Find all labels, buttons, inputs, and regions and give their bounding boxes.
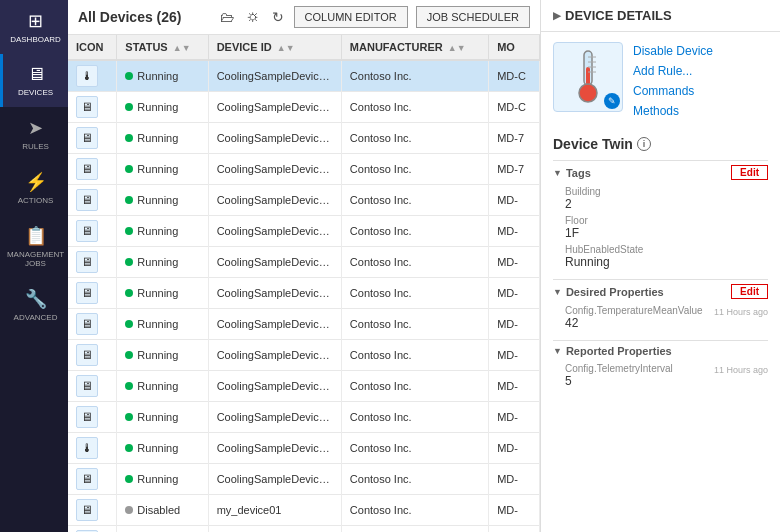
reported-interval-field: Config.TelemetryInterval 5 11 Hours ago (553, 361, 768, 390)
table-row[interactable]: 🖥 Disabled my_device01 Contoso Inc. MD- (68, 495, 540, 526)
cell-model: MD- (489, 464, 540, 495)
device-icon: 🖥 (76, 468, 98, 490)
tags-group-title[interactable]: ▼ Tags (553, 167, 591, 179)
col-manufacturer[interactable]: MANUFACTURER ▲▼ (341, 35, 488, 60)
table-row[interactable]: 🖥 Running CoolingSampleDevice020_979 Con… (68, 185, 540, 216)
status-dot (125, 444, 133, 452)
advanced-label: Advanced (14, 313, 58, 322)
table-row[interactable]: 🖥 Running CoolingSampleDevice010_979 Con… (68, 309, 540, 340)
sidebar-item-devices[interactable]: 🖥Devices (0, 54, 68, 107)
cell-model: MD- (489, 340, 540, 371)
desired-chevron: ▼ (553, 287, 562, 297)
sidebar-item-dashboard[interactable]: ⊞Dashboard (0, 0, 68, 54)
filter-icon[interactable]: ⛭ (244, 7, 262, 27)
tags-floor-field: Floor 1F (553, 213, 768, 242)
cell-model: MD-7 (489, 123, 540, 154)
cell-device-id: CoolingSampleDevice001_979 (208, 60, 341, 92)
cell-device-id: CoolingSampleDevice018_979 (208, 402, 341, 433)
thermometer-device-icon: 🌡 (76, 65, 98, 87)
rules-label: Rules (22, 142, 49, 151)
col-device-id[interactable]: DEVICE ID ▲▼ (208, 35, 341, 60)
table-row[interactable]: 🖥 Running CoolingSampleDevice025_979 Con… (68, 278, 540, 309)
svg-point-2 (579, 84, 597, 102)
sidebar-item-management-jobs[interactable]: 📋Management Jobs (0, 215, 68, 278)
panel-top: ✎ Disable Device Add Rule... Commands Me… (541, 32, 780, 130)
commands-link[interactable]: Commands (633, 82, 713, 100)
sidebar-item-advanced[interactable]: 🔧Advanced (0, 278, 68, 332)
cell-manufacturer: Contoso Inc. (341, 526, 488, 533)
cell-manufacturer: Contoso Inc. (341, 309, 488, 340)
page-title: All Devices (26) (78, 9, 210, 25)
table-row[interactable]: 🖥 Running CoolingSampleDevice013_979 Con… (68, 154, 540, 185)
cell-status: Running (117, 278, 208, 309)
table-header-row: ICON STATUS ▲▼ DEVICE ID ▲▼ MANUFACTURER… (68, 35, 540, 60)
table-row[interactable]: 🖥 Running CoolingSampleDevice005_979 Con… (68, 123, 540, 154)
twin-title: Device Twin i (553, 130, 768, 160)
cell-device-id: CoolingSampleDevice005_979 (208, 123, 341, 154)
cell-model: MD- (489, 526, 540, 533)
desired-temp-timestamp: 11 Hours ago (714, 307, 768, 317)
tags-group: ▼ Tags Edit Building 2 Floor 1F HubEnabl… (553, 160, 768, 271)
cell-device-id: CoolingSampleDevice007_979 (208, 526, 341, 533)
disable-device-link[interactable]: Disable Device (633, 42, 713, 60)
advanced-icon: 🔧 (25, 288, 47, 310)
table-row[interactable]: 🖥 Running CoolingSampleDevice022_979 Con… (68, 247, 540, 278)
table-row[interactable]: 🖥 Running CoolingSampleDevice006_979 Con… (68, 216, 540, 247)
sidebar-item-actions[interactable]: ⚡Actions (0, 161, 68, 215)
tags-floor-value: 1F (565, 226, 768, 240)
reported-group-title[interactable]: ▼ Reported Properties (553, 345, 672, 357)
cell-icon: 🌡 (68, 60, 117, 92)
status-dot (125, 320, 133, 328)
table-row[interactable]: 🖥 Running CoolingSampleDevice023_979 Con… (68, 92, 540, 123)
cell-icon: 🖥 (68, 402, 117, 433)
table-row[interactable]: 🌡 Running CoolingSampleDevice002_979 Con… (68, 433, 540, 464)
device-icon: 🖥 (76, 375, 98, 397)
cell-model: MD-C (489, 92, 540, 123)
refresh-icon[interactable]: ↻ (270, 7, 286, 27)
status-dot (125, 72, 133, 80)
devices-icon: 🖥 (27, 64, 45, 85)
device-twin-section: Device Twin i ▼ Tags Edit Building 2 Flo… (541, 130, 780, 408)
cell-model: MD-7 (489, 154, 540, 185)
add-rule-link[interactable]: Add Rule... (633, 62, 713, 80)
actions-icon: ⚡ (25, 171, 47, 193)
job-scheduler-button[interactable]: JOB SCHEDULER (416, 6, 530, 28)
cell-status: Running (117, 185, 208, 216)
sidebar-item-rules[interactable]: ➤Rules (0, 107, 68, 161)
table-row[interactable]: 🖥 Running CoolingSampleDevice018_979 Con… (68, 402, 540, 433)
tags-hub-field: HubEnabledState Running (553, 242, 768, 271)
cell-device-id: CoolingSampleDevice020_979 (208, 185, 341, 216)
column-editor-button[interactable]: COLUMN EDITOR (294, 6, 408, 28)
cell-icon: 🖥 (68, 495, 117, 526)
desired-temp-row: Config.TemperatureMeanValue 42 11 Hours … (565, 305, 768, 330)
dashboard-label: Dashboard (10, 35, 61, 44)
methods-link[interactable]: Methods (633, 102, 713, 120)
cell-manufacturer: Contoso Inc. (341, 216, 488, 247)
cell-manufacturer: Contoso Inc. (341, 60, 488, 92)
reported-interval-timestamp: 11 Hours ago (714, 365, 768, 375)
cell-icon: 🖥 (68, 154, 117, 185)
status-dot (125, 258, 133, 266)
cell-device-id: CoolingSampleDevice023_979 (208, 92, 341, 123)
folder-icon[interactable]: 🗁 (218, 7, 236, 27)
panel-actions: Disable Device Add Rule... Commands Meth… (633, 42, 713, 120)
table-row[interactable]: 🖥 Running CoolingSampleDevice015_979 Con… (68, 371, 540, 402)
col-status[interactable]: STATUS ▲▼ (117, 35, 208, 60)
table-row[interactable]: 🖥 Running CoolingSampleDevice004_979 Con… (68, 464, 540, 495)
actions-label: Actions (18, 196, 54, 205)
tags-edit-button[interactable]: Edit (731, 165, 768, 180)
desired-group-title[interactable]: ▼ Desired Properties (553, 286, 664, 298)
reported-interval-label: Config.TelemetryInterval (565, 363, 673, 374)
table-row[interactable]: 🌡 Running CoolingSampleDevice001_979 Con… (68, 60, 540, 92)
cell-status: Running (117, 340, 208, 371)
cell-model: MD- (489, 309, 540, 340)
device-thumbnail: ✎ (553, 42, 623, 112)
cell-device-id: my_device01 (208, 495, 341, 526)
info-icon[interactable]: i (637, 137, 651, 151)
col-model[interactable]: MO (489, 35, 540, 60)
main-content: All Devices (26) 🗁 ⛭ ↻ COLUMN EDITOR JOB… (68, 0, 540, 532)
cell-model: MD- (489, 216, 540, 247)
table-row[interactable]: 🖥 Running CoolingSampleDevice012_979 Con… (68, 340, 540, 371)
desired-edit-button[interactable]: Edit (731, 284, 768, 299)
table-row[interactable]: 🖥 Running CoolingSampleDevice007_979 Con… (68, 526, 540, 533)
